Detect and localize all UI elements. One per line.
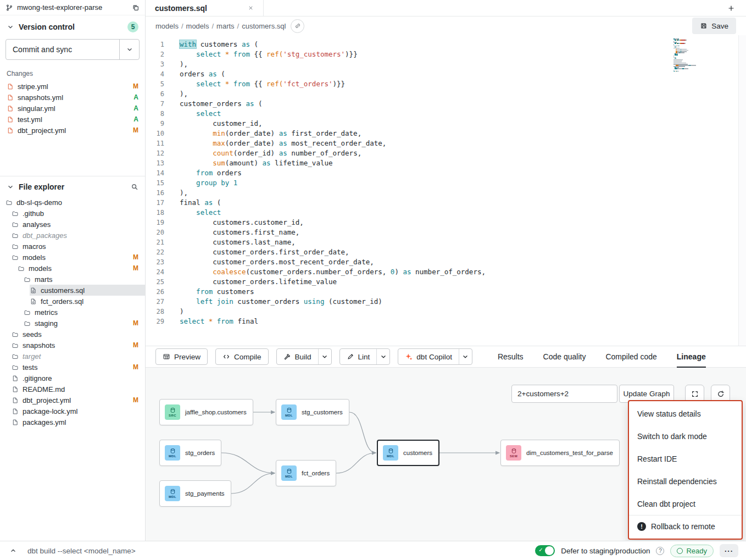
editor-scrollbar[interactable] <box>738 35 746 346</box>
tree-item-dbt-packages[interactable]: dbt_packages <box>12 230 145 241</box>
cli-command-text[interactable]: dbt build --select <model_name> <box>27 547 136 555</box>
code-line[interactable]: customers.customer_id, <box>180 218 746 228</box>
lineage-node-dim-customers-test-for-parse[interactable]: SEMdim_customers_test_for_parse <box>500 440 620 466</box>
changed-file-row[interactable]: dbt_project.ymlM <box>0 125 145 136</box>
tree-item-readme-md[interactable]: README.md <box>12 384 145 395</box>
breadcrumb-file[interactable]: customers.sql <box>242 22 286 30</box>
code-line[interactable]: ), <box>180 59 746 69</box>
tree-item--github[interactable]: .github <box>12 208 145 219</box>
menu-item-reinstall-dependencies[interactable]: Reinstall dependencies <box>629 470 742 492</box>
changed-file-row[interactable]: snapshots.ymlA <box>0 92 145 103</box>
button-preview[interactable]: Preview <box>155 348 208 365</box>
defer-toggle[interactable]: ✓ <box>535 545 555 556</box>
menu-item-view-status-details[interactable]: View status details <box>629 402 742 425</box>
search-icon[interactable] <box>131 183 138 191</box>
code-line[interactable]: customer_orders.first_order_date, <box>180 247 746 257</box>
code-line[interactable]: customer_orders.most_recent_order_date, <box>180 257 746 267</box>
breadcrumb-models[interactable]: models <box>155 22 179 30</box>
tree-item-package-lock-yml[interactable]: package-lock.yml <box>12 406 145 417</box>
changed-file-row[interactable]: test.ymlA <box>0 114 145 125</box>
chevron-down-icon[interactable] <box>7 23 14 31</box>
ide-status-badge[interactable]: Ready <box>670 545 714 557</box>
lineage-node-customers[interactable]: MDLcustomers <box>377 440 439 466</box>
code-line[interactable]: select * from {{ ref('stg_customers')}} <box>180 49 746 59</box>
chevron-down-icon[interactable] <box>7 183 14 191</box>
code-line[interactable]: max(order_date) as most_recent_order_dat… <box>180 138 746 148</box>
button-lint-caret[interactable] <box>376 349 389 364</box>
collapse-panel-button[interactable] <box>8 545 19 556</box>
code-line[interactable]: select <box>180 208 746 218</box>
code-line[interactable]: final as ( <box>180 198 746 208</box>
menu-item-restart-ide[interactable]: Restart IDE <box>629 447 742 470</box>
tree-item-packages-yml[interactable]: packages.yml <box>12 417 145 428</box>
help-icon[interactable]: ? <box>656 547 664 555</box>
code-line[interactable]: count(order_id) as number_of_orders, <box>180 148 746 158</box>
code-line[interactable]: select * from final <box>180 317 746 326</box>
file-explorer-header[interactable]: File explorer <box>0 176 145 196</box>
code-line[interactable]: from orders <box>180 168 746 178</box>
code-line[interactable]: select * from {{ ref('fct_orders')}} <box>180 79 746 89</box>
tab-compiled-code[interactable]: Compiled code <box>605 346 656 367</box>
code-line[interactable]: customer_orders as ( <box>180 99 746 109</box>
code-line[interactable]: select <box>180 109 746 119</box>
code-line[interactable]: min(order_date) as first_order_date, <box>180 129 746 138</box>
commit-options-caret[interactable] <box>119 40 139 59</box>
changed-file-row[interactable]: singular.ymlA <box>0 103 145 114</box>
new-tab-button[interactable] <box>725 2 737 14</box>
tree-item-models[interactable]: modelsM <box>18 263 145 274</box>
menu-item-switch-to-dark-mode[interactable]: Switch to dark mode <box>629 425 742 447</box>
tab-code-quality[interactable]: Code quality <box>543 346 586 367</box>
more-options-button[interactable]: ··· <box>720 544 738 557</box>
close-icon[interactable] <box>248 5 254 11</box>
code-line[interactable]: left join customer_orders using (custome… <box>180 297 746 307</box>
code-line[interactable]: customer_id, <box>180 119 746 129</box>
button-lint[interactable]: Lint <box>339 348 391 365</box>
menu-item-rollback-to-remote[interactable]: !Rollback to remote <box>629 515 742 537</box>
tree-item-dbt-project-yml[interactable]: dbt_project.ymlM <box>12 395 145 406</box>
copy-icon[interactable] <box>132 4 140 12</box>
code-line[interactable]: ), <box>180 89 746 99</box>
lineage-selector-input[interactable] <box>511 385 617 403</box>
code-editor[interactable]: 1234567891011121314151617181920212223242… <box>146 35 746 346</box>
button-compile[interactable]: Compile <box>215 348 269 365</box>
button-build[interactable]: Build <box>276 348 332 365</box>
tree-item-fct-orders-sql[interactable]: fct_orders.sql <box>30 296 145 307</box>
code-line[interactable]: with customers as ( <box>180 40 746 49</box>
tab-customers-sql[interactable]: customers.sql <box>146 0 264 16</box>
code-line[interactable]: customers.first_name, <box>180 228 746 237</box>
tree-item-marts[interactable]: marts <box>24 274 145 285</box>
tree-item-analyses[interactable]: analyses <box>12 219 145 230</box>
tree-item-customers-sql[interactable]: customers.sql <box>30 285 145 296</box>
button-dbt-copilot[interactable]: dbt Copilot <box>398 348 472 365</box>
code-line[interactable]: customer_orders.lifetime_value <box>180 277 746 287</box>
code-line[interactable]: customers.last_name, <box>180 237 746 247</box>
lineage-node-jaffle-shop-customers[interactable]: SRCjaffle_shop.customers <box>159 399 253 425</box>
changed-file-row[interactable]: stripe.ymlM <box>0 81 145 92</box>
tree-item-seeds[interactable]: seeds <box>12 329 145 340</box>
code-line[interactable]: ), <box>180 188 746 198</box>
tree-item-staging[interactable]: stagingM <box>24 318 145 329</box>
code-line[interactable]: sum(amount) as lifetime_value <box>180 158 746 168</box>
tree-item--gitignore[interactable]: .gitignore <box>12 373 145 384</box>
tree-item-models[interactable]: modelsM <box>12 252 145 263</box>
menu-item-clean-dbt-project[interactable]: Clean dbt project <box>629 492 742 515</box>
code-line[interactable]: group by 1 <box>180 178 746 188</box>
tab-results[interactable]: Results <box>498 346 524 367</box>
tree-item-snapshots[interactable]: snapshotsM <box>12 340 145 351</box>
tab-lineage[interactable]: Lineage <box>677 346 706 367</box>
lineage-node-fct-orders[interactable]: MDLfct_orders <box>276 460 336 486</box>
button-dbt-copilot-caret[interactable] <box>459 349 472 364</box>
lineage-node-stg-orders[interactable]: MDLstg_orders <box>159 440 221 466</box>
tree-item-tests[interactable]: testsM <box>12 362 145 373</box>
save-button[interactable]: Save <box>692 18 736 34</box>
copy-link-button[interactable] <box>291 19 304 33</box>
button-build-caret[interactable] <box>318 349 331 364</box>
version-control-header[interactable]: Version control 5 <box>0 15 145 37</box>
code-content[interactable]: with customers as ( select * from {{ ref… <box>171 35 746 346</box>
code-line[interactable]: coalesce(customer_orders.number_of_order… <box>180 267 746 277</box>
tree-item-macros[interactable]: macros <box>12 241 145 252</box>
lineage-node-stg-customers[interactable]: MDLstg_customers <box>276 399 349 425</box>
minimap[interactable] <box>673 38 708 72</box>
tree-item-metrics[interactable]: metrics <box>24 307 145 318</box>
commit-and-sync-button[interactable]: Commit and sync <box>5 39 140 60</box>
